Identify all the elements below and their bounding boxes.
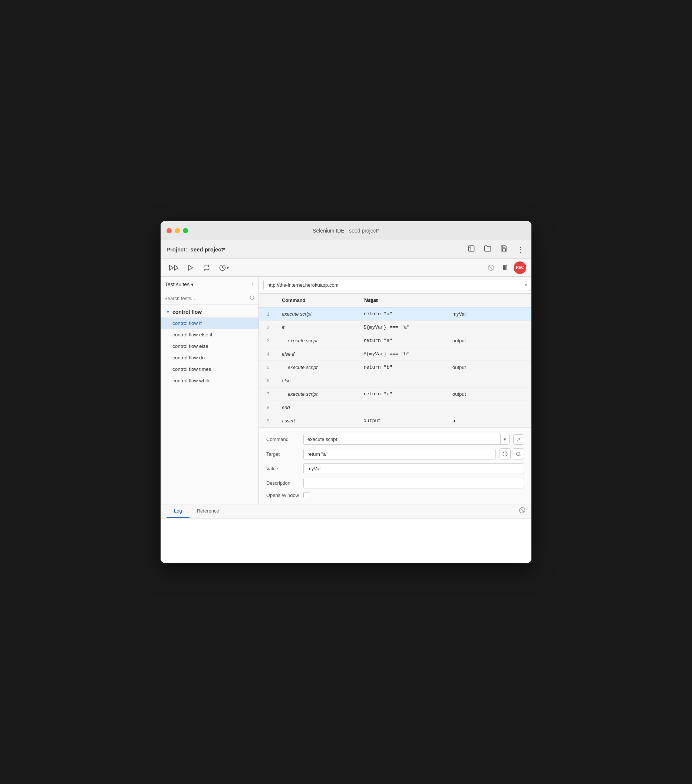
command-label: Command bbox=[266, 436, 300, 442]
app-window: Selenium IDE - seed project* Project: se… bbox=[161, 221, 531, 563]
row-number: 6 bbox=[259, 375, 277, 386]
row-value: myVar bbox=[448, 308, 531, 320]
target-input[interactable] bbox=[303, 449, 496, 460]
url-dropdown-button[interactable]: ▾ bbox=[525, 283, 527, 288]
pause-button[interactable] bbox=[499, 263, 511, 273]
more-options-button[interactable]: ⋮ bbox=[515, 244, 526, 255]
bottom-tabs-list: Log Reference bbox=[166, 504, 227, 518]
command-dropdown-arrow[interactable]: ▾ bbox=[500, 434, 509, 444]
add-test-button[interactable]: + bbox=[250, 280, 254, 288]
step-button[interactable] bbox=[201, 263, 213, 273]
value-column-header: Value bbox=[361, 294, 450, 307]
row-target: return "a" bbox=[359, 335, 448, 346]
sidebar-item-control-flow-if[interactable]: control flow if bbox=[161, 318, 259, 329]
row-value bbox=[448, 351, 531, 357]
table-row[interactable]: 6 else bbox=[259, 374, 531, 387]
row-value bbox=[448, 324, 531, 330]
svg-line-20 bbox=[520, 509, 524, 512]
new-suite-button[interactable] bbox=[466, 243, 476, 255]
sidebar-dropdown-icon: ▾ bbox=[191, 282, 194, 287]
maximize-button[interactable] bbox=[183, 228, 188, 233]
row-target: return "b" bbox=[359, 362, 448, 373]
project-actions: ⋮ bbox=[466, 243, 526, 255]
table-row[interactable]: 7 execute script return "c" output bbox=[259, 387, 531, 401]
sidebar-header-title[interactable]: Test suites ▾ bbox=[165, 282, 194, 287]
svg-rect-8 bbox=[504, 265, 505, 270]
sidebar-item-control-flow-do[interactable]: control flow do bbox=[161, 352, 259, 364]
clear-log-button[interactable] bbox=[519, 507, 526, 516]
description-input[interactable] bbox=[303, 478, 524, 488]
table-row[interactable]: 9 assert output a bbox=[259, 414, 531, 428]
tree-chevron-icon: ▼ bbox=[166, 309, 170, 315]
speed-button[interactable]: ▾ bbox=[217, 263, 231, 273]
sidebar-item-label: control flow else bbox=[173, 343, 208, 349]
target-buttons bbox=[499, 448, 524, 460]
sidebar-item-label: control flow else if bbox=[173, 332, 212, 338]
url-input[interactable] bbox=[263, 280, 531, 290]
table-row[interactable]: 1 execute script return "a" myVar bbox=[259, 308, 531, 321]
command-column-header: Command bbox=[277, 294, 359, 307]
search-input[interactable] bbox=[164, 296, 247, 301]
row-target: return "a" bbox=[359, 308, 448, 320]
command-field: Command ▾ // bbox=[266, 434, 524, 445]
run-current-button[interactable] bbox=[185, 263, 196, 273]
close-button[interactable] bbox=[166, 228, 172, 233]
svg-rect-0 bbox=[469, 246, 475, 252]
value-input[interactable] bbox=[303, 463, 524, 474]
toolbar-right: REC bbox=[486, 262, 526, 274]
sidebar-item-label: control flow do bbox=[173, 355, 205, 361]
command-input[interactable] bbox=[304, 434, 500, 444]
project-name: seed project* bbox=[190, 246, 225, 252]
row-command: execute script bbox=[277, 362, 359, 373]
tab-reference[interactable]: Reference bbox=[189, 504, 227, 518]
traffic-lights bbox=[166, 228, 188, 233]
row-value bbox=[448, 378, 531, 384]
row-number: 7 bbox=[259, 389, 277, 400]
open-project-button[interactable] bbox=[483, 243, 493, 255]
target-label: Target bbox=[266, 451, 300, 457]
svg-marker-4 bbox=[189, 265, 193, 270]
run-all-button[interactable] bbox=[166, 263, 181, 273]
opens-window-checkbox[interactable] bbox=[303, 492, 309, 498]
target-search-button[interactable] bbox=[513, 448, 524, 460]
disable-breakpoints-button[interactable] bbox=[486, 263, 497, 273]
description-field: Description bbox=[266, 478, 524, 488]
table-row[interactable]: 5 execute script return "b" output bbox=[259, 361, 531, 374]
sidebar-item-control-flow-times[interactable]: control flow times bbox=[161, 364, 259, 375]
bottom-area: Log Reference bbox=[161, 504, 531, 563]
row-target: output bbox=[359, 415, 448, 427]
row-command: execute script bbox=[277, 308, 359, 320]
row-target: ${myVar} === "a" bbox=[359, 321, 448, 333]
sidebar-item-control-flow-while[interactable]: control flow while bbox=[161, 375, 259, 386]
svg-line-18 bbox=[519, 455, 521, 456]
svg-point-10 bbox=[250, 296, 254, 299]
table-row[interactable]: 2 if ${myVar} === "a" bbox=[259, 321, 531, 334]
save-project-button[interactable] bbox=[499, 243, 509, 255]
tab-log[interactable]: Log bbox=[166, 504, 189, 518]
table-row[interactable]: 4 else if ${myVar} === "b" bbox=[259, 348, 531, 361]
target-crosshair-button[interactable] bbox=[499, 448, 511, 460]
row-number: 2 bbox=[259, 322, 277, 333]
right-panel: ▾ Command Target Value 1 execute script … bbox=[259, 277, 531, 504]
svg-marker-3 bbox=[175, 265, 179, 270]
row-target: ${myVar} === "b" bbox=[359, 348, 448, 360]
row-number: 4 bbox=[259, 349, 277, 360]
row-target bbox=[359, 378, 448, 384]
toolbar: ▾ REC bbox=[161, 259, 531, 277]
tree-group-control-flow[interactable]: ▼ control flow bbox=[161, 306, 259, 318]
comment-button[interactable]: // bbox=[513, 434, 524, 445]
search-icon bbox=[250, 295, 255, 301]
sidebar-item-control-flow-else-if[interactable]: control flow else if bbox=[161, 329, 259, 341]
table-row[interactable]: 8 end bbox=[259, 401, 531, 414]
sidebar: Test suites ▾ + ▼ control flow control f… bbox=[161, 277, 259, 504]
sidebar-item-control-flow-else[interactable]: control flow else bbox=[161, 341, 259, 352]
svg-line-7 bbox=[489, 265, 493, 270]
project-header: Project: seed project* ⋮ bbox=[161, 240, 531, 259]
minimize-button[interactable] bbox=[175, 228, 180, 233]
row-number: 9 bbox=[259, 415, 277, 427]
record-button[interactable]: REC bbox=[514, 262, 526, 274]
titlebar: Selenium IDE - seed project* bbox=[161, 221, 531, 240]
row-value: output bbox=[448, 362, 531, 373]
table-row[interactable]: 3 execute script return "a" output bbox=[259, 334, 531, 348]
row-value: a bbox=[448, 415, 531, 427]
